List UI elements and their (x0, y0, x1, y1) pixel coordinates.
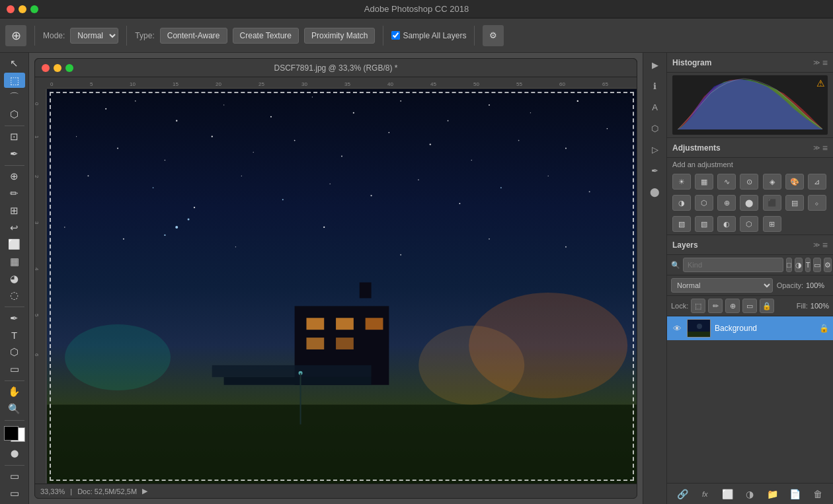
layers-blend-mode-select[interactable]: Normal (671, 278, 773, 293)
adj-hdr[interactable]: ⬡ (740, 216, 758, 232)
adj-bw[interactable]: ◑ (672, 195, 691, 211)
adj-selectivecolor[interactable]: ▧ (695, 216, 713, 232)
adjustments-menu-button[interactable]: ≡ (822, 143, 828, 153)
adj-shadows[interactable]: ◐ (717, 216, 736, 232)
canvas-wrap[interactable]: 0 5 10 15 20 25 30 35 40 45 50 55 60 65 (35, 77, 637, 484)
svg-text:4: 4 (35, 268, 39, 271)
adj-brightness[interactable]: ☀ (672, 174, 691, 190)
adj-vibrance[interactable]: ◈ (763, 174, 781, 190)
tool-pen[interactable]: ✒ (4, 310, 25, 326)
layers-fill-value[interactable]: 100% (811, 302, 829, 310)
tool-eyedropper[interactable]: ✒ (4, 146, 25, 162)
doc-max[interactable] (65, 64, 73, 72)
adj-posterize[interactable]: ▤ (785, 195, 804, 211)
layers-lock-pixels[interactable]: ⬚ (691, 299, 705, 313)
adj-variations[interactable]: ⊞ (763, 216, 781, 232)
panel-info-icon[interactable]: ℹ (646, 77, 664, 95)
adj-gradientmap[interactable]: ▧ (672, 216, 691, 232)
layers-filter-smart[interactable]: ⚙ (824, 258, 832, 272)
status-arrow[interactable]: ▶ (142, 487, 147, 495)
adj-exposure[interactable]: ⊙ (740, 174, 758, 190)
close-button[interactable] (7, 5, 15, 13)
layer-row[interactable]: 👁 Background 🔒 (667, 316, 833, 340)
layers-filter-pixel[interactable]: □ (786, 258, 792, 272)
layers-filter-type[interactable]: T (805, 258, 811, 272)
layers-delete-button[interactable]: 🗑 (811, 487, 825, 501)
tool-brush[interactable]: ✏ (4, 186, 25, 201)
tool-gradient[interactable]: ▦ (4, 254, 25, 270)
panel-3d-icon[interactable]: ⬡ (646, 119, 664, 137)
adj-levels[interactable]: ▦ (695, 174, 713, 190)
layers-filter-shape[interactable]: ▭ (813, 258, 821, 272)
adj-colorbalance[interactable]: ⊿ (808, 174, 826, 190)
tool-blur[interactable]: ◕ (4, 271, 25, 287)
minimize-button[interactable] (19, 5, 26, 13)
layers-group-button[interactable]: 📁 (766, 487, 780, 501)
tool-heal[interactable]: ⊕ (4, 169, 25, 185)
adjustments-expand[interactable]: ≫ (813, 144, 820, 151)
layers-fx-button[interactable]: fx (697, 487, 712, 501)
active-tool-icon[interactable]: ⊕ (5, 25, 26, 46)
panel-char-icon[interactable]: A (646, 98, 664, 116)
foreground-background-colors[interactable] (4, 426, 25, 442)
adj-invert[interactable]: ⬛ (763, 195, 781, 211)
layers-mask-button[interactable]: ⬜ (720, 487, 734, 501)
layers-opacity-value[interactable]: 100% (806, 281, 829, 289)
sample-all-checkbox-input[interactable] (391, 31, 400, 40)
svg-text:3: 3 (35, 221, 39, 225)
layers-lock-position[interactable]: ⊕ (725, 299, 740, 313)
layer-visibility-toggle[interactable]: 👁 (671, 322, 683, 334)
tool-type[interactable]: T (4, 328, 25, 343)
tool-hand[interactable]: ✋ (4, 384, 25, 400)
layers-new-button[interactable]: 📄 (788, 487, 803, 501)
adj-photofilter[interactable]: ⬡ (695, 195, 713, 211)
tool-stamp[interactable]: ⊞ (4, 203, 25, 219)
tool-zoom[interactable]: 🔍 (4, 401, 25, 417)
layers-filter-adj[interactable]: ◑ (795, 258, 803, 272)
tool-shape[interactable]: ▭ (4, 361, 25, 377)
histogram-menu-button[interactable]: ≡ (822, 57, 828, 68)
layers-lock-artboard[interactable]: ▭ (742, 299, 757, 313)
layers-menu-button[interactable]: ≡ (822, 240, 828, 250)
create-texture-button[interactable]: Create Texture (233, 28, 299, 44)
tool-eraser[interactable]: ⬜ (4, 236, 25, 252)
adj-curves[interactable]: ∿ (717, 174, 736, 190)
histogram-expand[interactable]: ≫ (813, 59, 820, 66)
maximize-button[interactable] (30, 5, 38, 13)
canvas-image[interactable] (47, 89, 637, 484)
sample-all-layers-checkbox[interactable]: Sample All Layers (391, 31, 466, 40)
layers-link-button[interactable]: 🔗 (675, 487, 690, 501)
adj-threshold[interactable]: ⬦ (808, 195, 826, 211)
tool-dodge[interactable]: ◌ (4, 287, 25, 303)
doc-close[interactable] (42, 64, 50, 72)
layers-lock-all[interactable]: 🔒 (760, 299, 774, 313)
tool-crop[interactable]: ⊡ (4, 129, 25, 145)
tool-quickselect[interactable]: ⬡ (4, 106, 25, 122)
tool-screenmode2[interactable]: ▭ (4, 486, 25, 501)
panel-actions-icon[interactable]: ▷ (646, 140, 664, 159)
tool-screenmode[interactable]: ▭ (4, 469, 25, 485)
heal-options-button[interactable]: ⚙ (483, 25, 504, 46)
layers-lock-paint[interactable]: ✏ (708, 299, 723, 313)
proximity-match-button[interactable]: Proximity Match (304, 28, 375, 44)
layers-adjustment-button[interactable]: ◑ (742, 487, 757, 501)
tool-marquee[interactable]: ⬚ (4, 73, 25, 89)
foreground-color-swatch[interactable] (4, 426, 19, 441)
tool-move[interactable]: ↖ (4, 55, 25, 71)
adj-channelmixer[interactable]: ⊕ (717, 195, 736, 211)
content-aware-button[interactable]: Content-Aware (160, 28, 227, 44)
adj-colorlookup[interactable]: ⬤ (740, 195, 758, 211)
tool-path[interactable]: ⬡ (4, 344, 25, 360)
layers-expand[interactable]: ≫ (813, 241, 820, 248)
panel-paths-icon[interactable]: ✒ (646, 161, 664, 180)
adj-hsl[interactable]: 🎨 (785, 174, 804, 190)
panel-history-icon[interactable]: ▶ (646, 55, 664, 74)
tool-quickmask[interactable]: ⬤ (4, 446, 25, 462)
doc-min[interactable] (54, 64, 61, 72)
histogram-warning-icon[interactable]: ⚠ (816, 78, 825, 89)
tool-lasso[interactable]: ⌒ (4, 89, 25, 105)
tool-history[interactable]: ↩ (4, 220, 25, 236)
layers-kind-filter[interactable] (683, 258, 783, 272)
mode-select[interactable]: Normal (70, 28, 118, 44)
panel-channels-icon[interactable]: ⬤ (646, 182, 664, 201)
